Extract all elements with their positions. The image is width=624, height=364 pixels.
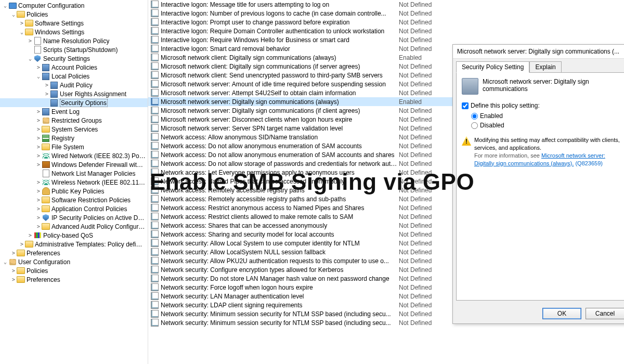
policy-row[interactable]: Interactive logon: Prompt user to change…: [148, 18, 624, 27]
expand-icon[interactable]: >: [35, 144, 42, 150]
policy-name: Microsoft network client: Digitally sign…: [161, 54, 399, 61]
cancel-button[interactable]: Cancel: [586, 308, 624, 319]
policy-row[interactable]: Interactive logon: Require Windows Hello…: [148, 35, 624, 44]
tree-item[interactable]: >System Services: [0, 125, 148, 134]
tree-item[interactable]: >Public Key Policies: [0, 187, 148, 196]
collapse-icon[interactable]: ⌄: [35, 73, 42, 79]
tree-item[interactable]: ⌄Windows Settings: [0, 28, 148, 36]
collapse-icon[interactable]: ⌄: [19, 29, 25, 35]
tree-item[interactable]: Scripts (Startup/Shutdown): [0, 45, 148, 54]
expand-icon[interactable]: >: [35, 179, 42, 185]
policy-status: Not Defined: [399, 178, 432, 185]
policy-status: Enabled: [399, 98, 422, 106]
expand-icon[interactable]: >: [35, 162, 42, 167]
tree-item[interactable]: Security Options: [0, 98, 148, 107]
expand-icon[interactable]: >: [35, 188, 42, 194]
expand-icon[interactable]: >: [35, 118, 42, 123]
tree-item[interactable]: >Windows Defender Firewall with Advanced…: [0, 160, 148, 169]
policy-name: Microsoft network server: Digitally sign…: [161, 98, 399, 106]
users-icon: [42, 116, 50, 125]
tree-item[interactable]: >Wireless Network (IEEE 802.11) Policies: [0, 178, 148, 187]
tree-item[interactable]: >Policies: [0, 266, 148, 275]
policy-status: Not Defined: [399, 196, 432, 203]
tree-item[interactable]: ⌄Computer Configuration: [0, 1, 148, 10]
expand-icon[interactable]: >: [10, 277, 17, 282]
expand-icon[interactable]: >: [10, 268, 17, 274]
policy-icon: [150, 71, 159, 80]
policy-status: Not Defined: [399, 19, 432, 26]
expand-icon[interactable]: >: [19, 20, 25, 26]
tree-item[interactable]: >Wired Network (IEEE 802.3) Policies: [0, 151, 148, 160]
tree-item[interactable]: >File System: [0, 142, 148, 151]
book-icon: [50, 99, 58, 107]
tree-item[interactable]: >Software Settings: [0, 19, 148, 28]
policy-name: Network access: Remotely accessible regi…: [161, 196, 399, 203]
expand-icon[interactable]: >: [35, 224, 42, 229]
collapse-icon[interactable]: ⌄: [27, 56, 33, 61]
collapse-icon[interactable]: ⌄: [2, 3, 8, 8]
tree-item-label: Restricted Groups: [51, 117, 102, 124]
tree-item[interactable]: >Administrative Templates: Policy defini…: [0, 240, 148, 249]
tree-item[interactable]: >IP Security Policies on Active Director…: [0, 213, 148, 222]
doc-icon: [33, 37, 42, 45]
expand-icon[interactable]: >: [35, 109, 42, 114]
tab-explain[interactable]: Explain: [529, 61, 561, 73]
dialog-tabs: Security Policy Setting Explain: [453, 59, 624, 72]
tree-item[interactable]: >Event Log: [0, 107, 148, 116]
radio-disabled[interactable]: [471, 122, 478, 129]
tree-item[interactable]: >Audit Policy: [0, 81, 148, 89]
tree-item[interactable]: ⌄Local Policies: [0, 72, 148, 81]
tree-item[interactable]: ⌄Policies: [0, 10, 148, 19]
policy-status: Not Defined: [399, 116, 432, 123]
tree-item[interactable]: >Advanced Audit Policy Configuration: [0, 222, 148, 231]
tree-item-label: Administrative Templates: Policy definit…: [35, 241, 146, 248]
expand-icon[interactable]: >: [35, 64, 42, 70]
expand-icon[interactable]: >: [35, 135, 42, 141]
tree-item[interactable]: ⌄User Configuration: [0, 257, 148, 266]
tree-item[interactable]: >Policy-based QoS: [0, 231, 148, 240]
tree-item[interactable]: >Account Policies: [0, 63, 148, 72]
policy-row[interactable]: Interactive logon: Message title for use…: [148, 0, 624, 9]
radio-enabled-label: Enabled: [480, 112, 503, 120]
radio-disabled-label: Disabled: [480, 122, 504, 129]
policy-name: Network security: LDAP client signing re…: [161, 302, 399, 309]
tree-item[interactable]: Network List Manager Policies: [0, 169, 148, 178]
tree-item[interactable]: >Name Resolution Policy: [0, 36, 148, 45]
collapse-icon[interactable]: ⌄: [2, 259, 8, 265]
collapse-icon[interactable]: ⌄: [10, 11, 17, 17]
policy-name: Network access: Do not allow anonymous e…: [161, 142, 399, 150]
expand-icon[interactable]: >: [35, 153, 42, 159]
expand-icon[interactable]: >: [44, 82, 50, 88]
folder-icon: [17, 267, 25, 275]
tree-item[interactable]: >Software Restriction Policies: [0, 196, 148, 204]
gpo-tree[interactable]: ⌄Computer Configuration⌄Policies>Softwar…: [0, 0, 148, 364]
policy-row[interactable]: Interactive logon: Number of previous lo…: [148, 9, 624, 18]
policy-row[interactable]: Interactive logon: Require Domain Contro…: [148, 27, 624, 35]
tree-item[interactable]: >Restricted Groups: [0, 116, 148, 125]
tab-security-policy-setting[interactable]: Security Policy Setting: [456, 61, 529, 73]
policy-name: Microsoft network server: Digitally sign…: [161, 107, 399, 114]
expand-icon[interactable]: >: [27, 232, 33, 238]
expand-icon[interactable]: >: [44, 91, 50, 97]
expand-icon[interactable]: >: [35, 215, 42, 220]
tree-item[interactable]: ⌄Security Settings: [0, 54, 148, 63]
define-policy-checkbox[interactable]: [462, 102, 469, 109]
expand-icon[interactable]: >: [35, 197, 42, 203]
tree-item[interactable]: >Registry: [0, 134, 148, 142]
expand-icon[interactable]: >: [35, 206, 42, 212]
expand-icon[interactable]: >: [19, 241, 25, 247]
policy-status: Not Defined: [399, 134, 432, 141]
tree-item[interactable]: >User Rights Assignment: [0, 89, 148, 98]
expand-icon[interactable]: >: [10, 250, 17, 256]
ok-button[interactable]: OK: [542, 308, 581, 319]
radio-enabled[interactable]: [471, 113, 478, 120]
policy-icon: [150, 301, 159, 309]
tree-item[interactable]: >Application Control Policies: [0, 204, 148, 213]
policy-icon: [150, 115, 159, 124]
expand-icon[interactable]: >: [27, 38, 33, 44]
tree-item[interactable]: >Preferences: [0, 249, 148, 257]
policy-icon: [150, 266, 159, 274]
tree-item[interactable]: >Preferences: [0, 275, 148, 284]
expand-icon[interactable]: >: [35, 126, 42, 132]
tree-item-label: Policy-based QoS: [43, 232, 93, 239]
